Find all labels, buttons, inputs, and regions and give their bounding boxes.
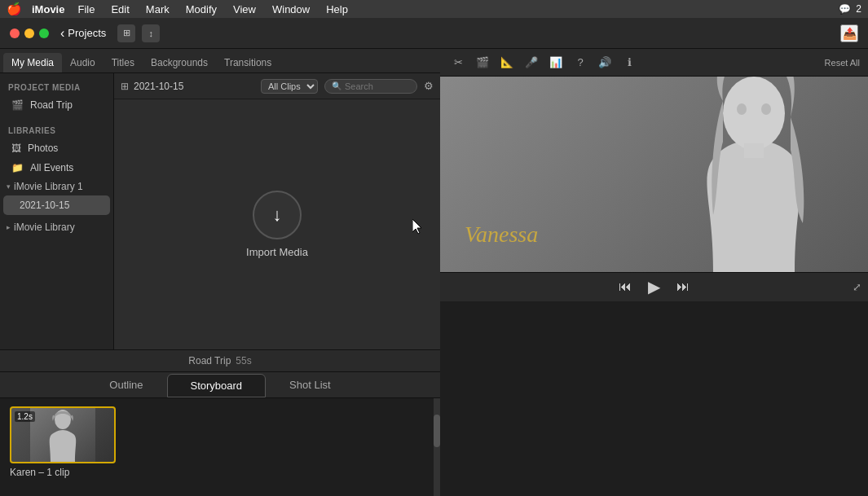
titlebar-right: 📤: [840, 24, 858, 42]
events-icon: 📁: [11, 162, 24, 173]
media-toolbar-left: ⊞ 2021-10-15: [121, 81, 183, 92]
menu-view[interactable]: View: [230, 3, 259, 15]
cursor: [412, 219, 424, 239]
clip-label: Karen – 1 clip: [10, 467, 116, 478]
tab-shot-list[interactable]: Shot List: [266, 373, 355, 397]
sort-button[interactable]: ↕: [142, 24, 160, 42]
preview-tool-group-left: ✂ 🎬 📐 🎤 📊 ? 🔊 ℹ: [448, 55, 639, 71]
svg-point-3: [737, 103, 747, 115]
photos-label: Photos: [28, 143, 58, 154]
preview-controls: ⏮ ▶ ⏭ ⤢: [440, 272, 868, 301]
timeline-scroll-thumb[interactable]: [434, 415, 440, 447]
timeline-clip-group: 1.2s Karen – 1 clip: [10, 406, 116, 478]
libraries-label: LIBRARIES: [0, 120, 113, 138]
apple-menu[interactable]: 🍎: [7, 2, 22, 16]
imovie-library-1-label: iMovie Library 1: [14, 181, 83, 192]
import-media-button[interactable]: ↓ Import Media: [246, 191, 308, 258]
vanessa-silhouette-svg: [664, 77, 844, 272]
timeline-area: 1.2s Karen – 1 clip: [0, 398, 440, 496]
media-browser: ↓ Import Media: [114, 99, 440, 349]
timeline-scrollbar[interactable]: [434, 398, 440, 496]
import-icon-circle: ↓: [253, 191, 302, 239]
chevron-down-icon: ▾: [7, 182, 11, 191]
transform-button[interactable]: 📐: [497, 55, 517, 71]
date-label: 2021-10-15: [134, 81, 183, 92]
menu-file[interactable]: File: [74, 3, 98, 15]
media-content-area: ⊞ 2021-10-15 All Clips 🔍 ⚙: [114, 73, 440, 349]
sidebar-item-road-trip[interactable]: 🎬 Road Trip: [3, 95, 110, 115]
next-frame-button[interactable]: ⏭: [676, 279, 690, 294]
help-button[interactable]: ?: [571, 55, 590, 71]
media-toolbar: ⊞ 2021-10-15 All Clips 🔍 ⚙: [114, 73, 440, 99]
preview-viewer: Vanessa: [440, 77, 868, 272]
clip-thumb[interactable]: 1.2s: [10, 406, 116, 463]
app-name[interactable]: iMovie: [32, 3, 64, 15]
reset-all-button[interactable]: Reset All: [825, 58, 860, 68]
menu-edit[interactable]: Edit: [108, 3, 132, 15]
prev-frame-button[interactable]: ⏮: [619, 279, 632, 294]
search-input[interactable]: [345, 81, 410, 91]
titlebar: Projects ⊞ ↕ 📤: [0, 18, 868, 49]
share-button[interactable]: 📤: [840, 24, 858, 42]
project-media-label: PROJECT MEDIA: [0, 77, 113, 95]
all-events-label: All Events: [30, 162, 73, 173]
menubar: 🍎 iMovie File Edit Mark Modify View Wind…: [0, 0, 868, 18]
info-button[interactable]: ℹ: [619, 55, 639, 71]
download-icon: ↓: [273, 204, 282, 226]
menu-mark[interactable]: Mark: [143, 3, 173, 15]
tab-my-media[interactable]: My Media: [3, 53, 62, 72]
sidebar-item-all-events[interactable]: 📁 All Events: [3, 158, 110, 178]
tab-backgrounds[interactable]: Backgrounds: [143, 53, 216, 72]
menu-modify[interactable]: Modify: [183, 3, 220, 15]
menu-help[interactable]: Help: [323, 3, 351, 15]
preview-background: Vanessa: [440, 77, 868, 272]
projects-button[interactable]: Projects: [60, 26, 106, 41]
project-duration: 55s: [236, 355, 251, 367]
bottom-section: Road Trip 55s Outline Storyboard Shot Li…: [0, 349, 440, 496]
sidebar-item-date-2021[interactable]: 2021-10-15: [3, 195, 110, 215]
sidebar-item-photos[interactable]: 🖼 Photos: [3, 138, 110, 158]
chevron-right-icon: ▸: [7, 223, 11, 231]
tab-transitions[interactable]: Transitions: [216, 53, 280, 72]
all-clips-select[interactable]: All Clips: [261, 79, 318, 94]
imovie-library-label: iMovie Library: [14, 222, 75, 233]
imovie-library-disclosure[interactable]: ▸ iMovie Library: [0, 218, 113, 236]
timeline-clips: 1.2s Karen – 1 clip: [10, 406, 430, 478]
menu-window[interactable]: Window: [269, 3, 313, 15]
traffic-lights: [10, 29, 49, 38]
right-panel: ✂ 🎬 📐 🎤 📊 ? 🔊 ℹ Reset All: [440, 49, 868, 496]
search-box: 🔍: [324, 79, 417, 94]
svg-rect-5: [744, 143, 764, 158]
tab-storyboard[interactable]: Storyboard: [167, 374, 267, 397]
close-button[interactable]: [10, 29, 20, 38]
grid-icon: ⊞: [121, 81, 129, 92]
tab-titles[interactable]: Titles: [104, 53, 143, 72]
grid-view-button[interactable]: ⊞: [117, 24, 135, 42]
project-name: Road Trip: [188, 355, 231, 367]
minimize-button[interactable]: [24, 29, 34, 38]
project-bar: Road Trip 55s: [0, 349, 440, 372]
tab-audio[interactable]: Audio: [62, 53, 104, 72]
imovie-library-1-disclosure[interactable]: ▾ iMovie Library 1: [0, 178, 113, 195]
import-label: Import Media: [246, 246, 308, 258]
expand-button[interactable]: ⤢: [853, 281, 861, 293]
road-trip-label: Road Trip: [30, 99, 73, 111]
search-icon: 🔍: [332, 81, 341, 90]
gear-button[interactable]: ⚙: [424, 80, 434, 92]
vanessa-name-label: Vanessa: [465, 222, 538, 248]
enhance-button[interactable]: 🎬: [473, 55, 492, 71]
crop-tool-button[interactable]: ✂: [448, 55, 468, 71]
play-button[interactable]: ▶: [648, 277, 660, 296]
clip-duration: 1.2s: [15, 411, 35, 422]
svg-point-4: [761, 103, 771, 115]
audio-button[interactable]: 🔊: [595, 55, 615, 71]
mic-button[interactable]: 🎤: [522, 55, 541, 71]
tab-outline[interactable]: Outline: [86, 373, 166, 397]
titlebar-icons: ⊞ ↕: [117, 24, 160, 42]
maximize-button[interactable]: [39, 29, 49, 38]
volume-button[interactable]: 📊: [546, 55, 566, 71]
date-folder-label: 2021-10-15: [20, 200, 69, 211]
clip-silhouette-svg: [30, 408, 95, 462]
notification-icon[interactable]: 💬: [839, 3, 851, 15]
svg-point-2: [723, 77, 785, 150]
